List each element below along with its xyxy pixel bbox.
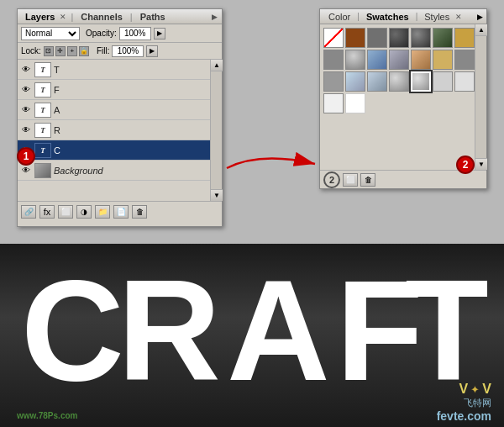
layer-name-f: F xyxy=(54,85,219,95)
layer-row-a[interactable]: 👁 T A xyxy=(18,100,222,120)
layers-titlebar: Layers ✕ | Channels | Paths ▶ xyxy=(18,9,222,24)
layer-name-a: A xyxy=(54,105,219,115)
swatch-18[interactable] xyxy=(433,71,453,92)
lock-position-icon[interactable]: + xyxy=(67,46,77,56)
craft-text-container: C R A F T xyxy=(0,244,504,393)
swatches-close-icon[interactable]: ✕ xyxy=(455,13,462,21)
badge-1: 1 xyxy=(17,147,35,166)
swatch-empty4 xyxy=(433,93,453,113)
craft-svg: C R A F T xyxy=(17,245,487,393)
layers-toolbar2: Lock: ⊡ ✛ + 🔒 Fill: ▶ xyxy=(18,43,222,60)
tab-layers[interactable]: Layers xyxy=(22,12,58,22)
tab-styles[interactable]: Styles xyxy=(419,9,454,24)
swatch-11[interactable] xyxy=(411,50,431,70)
panel-tabs: Layers ✕ | Channels | Paths xyxy=(22,12,169,22)
top-area: Layers ✕ | Channels | Paths ▶ Normal Opa… xyxy=(0,0,504,244)
swatches-tabs: Color | Swatches | Styles ✕ ▶ xyxy=(320,9,486,24)
eye-icon-r[interactable]: 👁 xyxy=(20,124,32,136)
delete-layer-icon[interactable]: 🗑 xyxy=(132,205,147,219)
tab-swatches[interactable]: Swatches xyxy=(361,9,414,24)
watermark-left: www.78Ps.com xyxy=(17,411,77,420)
badge-2: 2 xyxy=(456,156,475,174)
link-layers-icon[interactable]: 🔗 xyxy=(21,205,36,219)
opacity-arrow[interactable]: ▶ xyxy=(154,28,165,40)
new-layer-icon[interactable]: 📄 xyxy=(113,205,129,219)
tab-channels[interactable]: Channels xyxy=(77,12,126,22)
opacity-label: Opacity: xyxy=(86,29,117,38)
layer-row-bg[interactable]: 👁 Background 🔒 xyxy=(18,161,222,181)
layer-thumb-r: T xyxy=(34,123,51,138)
eye-icon-t[interactable]: 👁 xyxy=(20,64,32,76)
swatch-2[interactable] xyxy=(367,28,387,48)
tab-sep1: | xyxy=(357,12,360,21)
swatches-scrollbar: ▲ ▼ xyxy=(475,24,486,170)
eye-icon-a[interactable]: 👁 xyxy=(20,104,32,116)
swatch-3[interactable] xyxy=(389,28,409,48)
layer-thumb-t: T xyxy=(34,62,51,77)
fill-input[interactable] xyxy=(112,45,144,57)
swatch-5[interactable] xyxy=(433,28,453,48)
scroll-up-button[interactable]: ▲ xyxy=(211,60,223,71)
tab-paths[interactable]: Paths xyxy=(137,12,169,22)
layers-toolbar1: Normal Opacity: ▶ xyxy=(18,24,222,43)
eye-icon-bg[interactable]: 👁 xyxy=(20,165,32,177)
swatch-empty3 xyxy=(411,93,431,113)
lock-pixels-icon[interactable]: ⊡ xyxy=(44,46,54,56)
blend-mode-select[interactable]: Normal xyxy=(21,27,80,40)
layer-row-t[interactable]: 👁 T T xyxy=(18,60,222,80)
panel-options-icon[interactable]: ▶ xyxy=(212,13,218,21)
swatch-8[interactable] xyxy=(345,50,365,70)
logo-v-center: ✦ xyxy=(470,383,480,396)
logo-v-left: V xyxy=(459,382,469,396)
layers-list: 👁 T T 👁 T F 👁 T A 👁 T R xyxy=(18,60,222,201)
fill-arrow[interactable]: ▶ xyxy=(146,45,158,57)
swatch-17[interactable] xyxy=(389,71,409,92)
swatch-9[interactable] xyxy=(367,50,387,70)
layer-thumb-bg xyxy=(34,163,51,178)
logo-v-right: V xyxy=(482,382,491,396)
lock-move-icon[interactable]: ✛ xyxy=(55,46,66,56)
swatch-10[interactable] xyxy=(389,50,409,70)
eye-icon-f[interactable]: 👁 xyxy=(20,84,32,96)
swatch-empty1 xyxy=(367,93,387,113)
swatch-16[interactable] xyxy=(367,71,387,92)
layers-bottom: 🔗 fx ⬜ ◑ 📁 📄 🗑 xyxy=(18,201,222,221)
swatch-19[interactable] xyxy=(454,71,475,92)
swatch-6[interactable] xyxy=(454,28,475,48)
layer-effects-icon[interactable]: fx xyxy=(39,205,55,219)
lock-all-icon[interactable]: 🔒 xyxy=(79,46,89,56)
swatch-12[interactable] xyxy=(433,50,453,70)
new-group-icon[interactable]: 📁 xyxy=(95,205,110,219)
layer-row-f[interactable]: 👁 T F xyxy=(18,80,222,100)
watermark-site-en: fevte.com xyxy=(437,409,491,423)
swatch-20[interactable] xyxy=(323,93,344,113)
opacity-input[interactable] xyxy=(119,27,151,40)
swatch-empty5 xyxy=(454,93,475,113)
adjustment-icon[interactable]: ◑ xyxy=(76,205,92,219)
swatch-14[interactable] xyxy=(323,71,344,92)
swatch-7[interactable] xyxy=(323,50,344,70)
sw-scroll-down[interactable]: ▼ xyxy=(475,158,487,170)
swatch-13[interactable] xyxy=(454,50,475,70)
layer-thumb-c: T xyxy=(34,143,51,158)
swatch-1[interactable] xyxy=(345,28,365,48)
swatch-empty2 xyxy=(389,93,409,113)
swatch-21[interactable] xyxy=(345,93,365,113)
layer-name-c: C xyxy=(54,145,219,156)
swatch-none[interactable] xyxy=(323,28,344,48)
layer-row-r[interactable]: 👁 T R xyxy=(18,120,222,140)
bottom-area: C R A F T www.78Ps.com V ✦ V 飞特网 fevte.c… xyxy=(0,244,504,427)
new-swatch-icon[interactable]: ⬜ xyxy=(343,173,358,187)
swatches-grid xyxy=(320,24,486,139)
sw-scroll-up[interactable]: ▲ xyxy=(475,24,487,36)
panel-menu-icon[interactable]: ▶ xyxy=(477,13,483,21)
layer-name-r: R xyxy=(54,125,219,135)
delete-swatch-icon[interactable]: 🗑 xyxy=(360,173,375,187)
swatch-selected[interactable] xyxy=(411,71,431,92)
layer-row-c[interactable]: 👁 T C xyxy=(18,140,222,161)
tab-color[interactable]: Color xyxy=(323,9,355,24)
layers-tab-close[interactable]: ✕ xyxy=(60,13,66,21)
add-mask-icon[interactable]: ⬜ xyxy=(58,205,73,219)
swatch-4[interactable] xyxy=(411,28,431,48)
swatch-15[interactable] xyxy=(345,71,365,92)
